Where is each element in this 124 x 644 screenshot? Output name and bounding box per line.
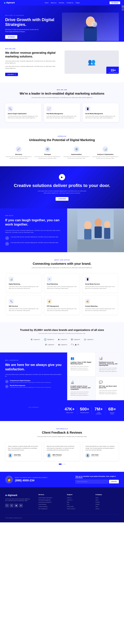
approach-steps: 🔎 Discovery Lorem ipsum dolor sit amet c… (5, 146, 119, 159)
team-icon: 👥 (88, 58, 96, 66)
hero-cta-button[interactable]: Get Started (5, 35, 17, 39)
footer-link-sup5[interactable]: Terms of Service (67, 508, 90, 510)
nav-about[interactable]: About us (51, 2, 56, 4)
office-section: ABOUT OUR OFFICE Connecting customers wi… (0, 252, 124, 322)
footer-link-c4[interactable]: Team (96, 506, 119, 507)
footer-link-c2[interactable]: Services (96, 502, 119, 503)
nav-contact[interactable]: Contact us (67, 2, 73, 4)
step-title-2: Implementation (63, 154, 90, 155)
footer-logo: ◆ digimark (5, 494, 33, 496)
cta-newsletter-title: Sign up our newsletter to get update inf… (75, 476, 119, 478)
approach-title: Unleashing the Potential of Digital Mark… (5, 138, 119, 142)
footer-link-sup2[interactable]: Blog (67, 502, 90, 503)
hero-image (62, 12, 119, 41)
footer-link-c3[interactable]: Portfolio (96, 504, 119, 505)
service-title-social: Social Media Management (85, 113, 116, 114)
reviewer-role-0: CEO, Company (14, 456, 21, 457)
stat-number-0: 47K+ (65, 407, 75, 412)
service-text-paid: Lorem ipsum dolor sit amet, consectetur … (46, 116, 78, 119)
review-0: Thanks to Digimark, we gained valuable t… (5, 442, 41, 461)
step-strategize: 🗺️ Strategize Lorem ipsum dolor sit amet… (34, 146, 61, 159)
footer-link-s1[interactable]: Paid Media Management (38, 499, 62, 501)
why-card-text-2: Lorem ipsum dolor sit amet consectetur a… (71, 391, 92, 396)
creative-cta-button[interactable]: LEARN MORE (56, 197, 69, 201)
logo: ◆ digimark (4, 2, 15, 4)
cta-avatar: 👩 (5, 476, 13, 484)
office-tag: ABOUT OUR OFFICE (5, 259, 119, 260)
nav-cta-button[interactable]: Get Started (110, 2, 120, 4)
office-card-title-3: SEO Services (9, 305, 39, 307)
instagram-social-btn[interactable]: ◉ (14, 504, 18, 507)
reviewer-1: 👤 Mark Thomson Marketing Director (47, 453, 77, 458)
footer-link-s4[interactable]: Content Marketing (38, 506, 62, 507)
footer-link-s2[interactable]: Social Media Management (38, 502, 62, 503)
stat-label-3: Revenue Driven (108, 412, 116, 414)
reviewer-avatar-0: 👤 (8, 453, 12, 458)
nav-pages[interactable]: Pages (76, 2, 80, 4)
step-title-0: Discovery (5, 154, 32, 155)
footer-link-c5[interactable]: Careers (96, 508, 119, 510)
footer-link-s5[interactable]: PPC Management (38, 508, 62, 510)
cta-subscribe-button[interactable]: Subscribe (109, 480, 119, 484)
reviews-title: Client Feedback & Reviews (5, 431, 119, 434)
footer-link-sup1[interactable]: Contact Us (67, 499, 90, 501)
stats-number: 15+ (109, 68, 118, 72)
footer-link-s0[interactable]: Search Engine Optimization (38, 497, 62, 498)
nav-links: Home About us Services Contact us Pages (45, 2, 80, 4)
footer-col-title-services: Services (38, 494, 62, 495)
dot-0[interactable] (59, 464, 62, 465)
footer-link-sup3[interactable]: FAQ (67, 504, 90, 505)
facebook-social-btn[interactable]: f (5, 504, 9, 507)
why-section: WHY CHOOSE US We are here for we always … (0, 352, 124, 400)
hero-content: WELCOME TO DIGIMARK Drive Growth with Di… (5, 15, 62, 39)
cta-form: Subscribe (75, 480, 119, 484)
who-text2: Lorem ipsum dolor sit amet, consectetur … (5, 66, 59, 70)
service-card-social: 📱 Social Media Management Lorem ipsum do… (83, 103, 119, 122)
leader-tag: WHO WE ARE (5, 89, 119, 90)
analysis-icon: 📊 (103, 146, 108, 152)
footer-link-sup4[interactable]: Privacy Policy (67, 506, 90, 507)
mobile-icon: 📱 (85, 106, 90, 111)
step-title-3: Analysis & Optimization (92, 154, 119, 155)
creative-text: Lorem ipsum dolor sit amet consectetur a… (36, 190, 88, 194)
approach-tag: APPROACH (5, 136, 119, 137)
office-card-title-4: PPC Management (47, 305, 77, 307)
footer-link-sup0[interactable]: About Us (67, 497, 90, 498)
footer-link-c0[interactable]: Home (96, 497, 119, 498)
service-text-seo: Lorem ipsum dolor sit amet, consectetur … (8, 116, 39, 119)
twitter-icon: 𝕏 (72, 344, 74, 346)
svg-rect-1 (84, 27, 97, 41)
play-button[interactable]: ▶ (59, 174, 65, 180)
check-icon-0: ✓ (5, 236, 9, 240)
footer-link-s3[interactable]: Email Marketing (38, 504, 62, 505)
who-learn-more-button[interactable]: Learn More ▼ (5, 73, 18, 76)
dot-1[interactable] (62, 464, 63, 465)
who-title: We deliver revenue generating digital ma… (5, 51, 59, 58)
twitter-social-btn[interactable]: 𝕏 (10, 504, 13, 507)
linkedin-social-btn[interactable]: in (19, 504, 23, 507)
nav-home[interactable]: Home (45, 2, 48, 4)
brand-icon-1: ⚖️ (44, 338, 47, 341)
stats-tag: FUN NUMBERS (5, 407, 62, 411)
support-icon-why: 💬 (99, 380, 121, 384)
why-features: ✓ Comprehensive Digital Strategies Lorem… (5, 380, 62, 388)
brands-subtitle: Lorem ipsum dolor sit amet consectetur a… (5, 333, 119, 334)
reviewer-role-1: Marketing Director (53, 456, 62, 457)
reviews-cards: Thanks to Digimark, we gained valuable t… (5, 442, 119, 461)
office-card-text-4: Lorem ipsum dolor sit amet consectetur a… (47, 308, 77, 312)
brands-row-1: ⊕ Logopsum ⚖️ legalipsum ◈ Logopsum ⊞ Lo… (5, 338, 119, 341)
reviews-section: TESTIMONIALS Client Feedback & Reviews L… (0, 421, 124, 472)
footer-col-title-support: Support (67, 494, 90, 495)
brand-icon-2: ◈ (58, 338, 60, 341)
review-text-1: Digimark's team provided excellent servi… (47, 446, 77, 451)
brand-6: ◈ Logopsum (58, 343, 67, 346)
services-cards: 🔍 Search Engine Optimization Lorem ipsum… (5, 103, 119, 122)
office-card-title-1: Email Marketing (47, 283, 77, 285)
brands-section: Trusted by 25,000+ world-class brands an… (0, 322, 124, 352)
arrow-down-icon: ▼ (15, 74, 16, 75)
dot-2[interactable] (64, 464, 65, 465)
stats-section: FUN NUMBERS 47K+ Happy Clients 500+ Mark… (0, 400, 124, 421)
nav-services[interactable]: Services (59, 2, 64, 4)
cta-email-input[interactable] (75, 480, 108, 484)
footer-link-c1[interactable]: About (96, 499, 119, 501)
